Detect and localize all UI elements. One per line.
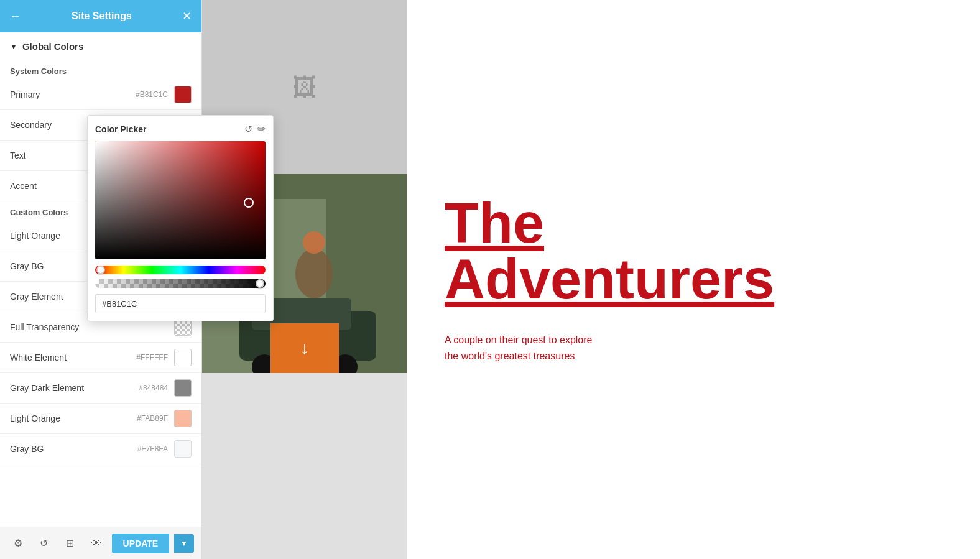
color-hex-light-orange-2: #FAB89F: [137, 414, 168, 423]
color-gradient-box[interactable]: [95, 141, 266, 259]
system-colors-label: System Colors: [0, 60, 201, 80]
color-hex-white-element: #FFFFFF: [136, 353, 168, 362]
color-swatch-gray-dark-element[interactable]: [174, 379, 192, 397]
reset-button[interactable]: ↺: [244, 123, 252, 135]
color-row-light-orange-2: Light Orange #FAB89F: [0, 404, 201, 434]
update-arrow-button[interactable]: ▼: [174, 534, 194, 553]
hue-thumb: [96, 266, 105, 274]
svg-point-2: [295, 249, 333, 298]
chevron-down-icon: ▼: [180, 539, 188, 548]
preview-cta-button[interactable]: ↓: [270, 323, 339, 373]
layout-button[interactable]: ⊞: [60, 532, 81, 555]
settings-button[interactable]: ⚙: [7, 532, 29, 555]
color-hex-gray-bg-2: #F7F8FA: [137, 445, 168, 453]
color-label-gray-bg-2: Gray BG: [10, 444, 137, 454]
eye-icon: 👁: [91, 538, 101, 549]
color-hex-primary: #B81C1C: [136, 90, 168, 99]
color-label-primary: Primary: [10, 90, 136, 99]
back-button[interactable]: ←: [10, 10, 21, 23]
color-row-gray-bg-2: Gray BG #F7F8FA: [0, 434, 201, 464]
color-row-primary: Primary #B81C1C: [0, 80, 201, 110]
right-content: The Adventurers A couple on their quest …: [407, 0, 980, 559]
reset-icon: ↺: [244, 124, 252, 134]
hex-input[interactable]: [95, 294, 266, 313]
color-hex-gray-dark-element: #848484: [139, 384, 168, 392]
close-button[interactable]: ✕: [182, 9, 192, 23]
history-icon: ↺: [40, 537, 48, 549]
panel-title: Site Settings: [72, 11, 132, 22]
alpha-thumb: [256, 279, 264, 288]
global-colors-section[interactable]: ▼ Global Colors: [0, 32, 201, 60]
color-swatch-primary[interactable]: [174, 86, 192, 103]
color-swatch-light-orange-2[interactable]: [174, 410, 192, 427]
settings-icon: ⚙: [14, 537, 22, 549]
arrow-down-icon: ↓: [300, 338, 309, 358]
eye-button[interactable]: 👁: [86, 532, 107, 555]
global-colors-label: Global Colors: [22, 41, 83, 52]
hero-title: The Adventurers: [445, 195, 774, 307]
color-row-gray-dark-element: Gray Dark Element #848484: [0, 373, 201, 404]
alpha-slider[interactable]: [95, 279, 266, 288]
color-label-gray-dark-element: Gray Dark Element: [10, 383, 139, 393]
history-button[interactable]: ↺: [34, 532, 55, 555]
hero-title-line2: Adventurers: [445, 248, 774, 310]
chevron-down-icon: ▼: [10, 42, 17, 51]
color-picker-header: Color Picker ↺ ✏: [95, 123, 266, 135]
svg-point-3: [303, 231, 325, 254]
color-swatch-gray-bg-2[interactable]: [174, 440, 192, 458]
eyedropper-icon: ✏: [257, 124, 266, 134]
panel-footer: ⚙ ↺ ⊞ 👁 UPDATE ▼: [0, 527, 201, 559]
color-row-white-element: White Element #FFFFFF: [0, 343, 201, 373]
color-label-full-transparency: Full Transparency: [10, 322, 168, 332]
color-label-white-element: White Element: [10, 353, 136, 363]
color-picker-title: Color Picker: [95, 124, 146, 134]
image-icon: 🖼: [292, 73, 317, 101]
color-picker-actions: ↺ ✏: [244, 123, 266, 135]
hero-subtitle: A couple on their quest to explorethe wo…: [445, 332, 593, 364]
color-swatch-white-element[interactable]: [174, 349, 192, 366]
panel-header: ← Site Settings ✕: [0, 0, 201, 32]
layout-icon: ⊞: [66, 537, 74, 549]
gradient-dark-overlay: [95, 141, 266, 259]
color-picker-popup: Color Picker ↺ ✏: [87, 115, 274, 321]
update-button[interactable]: UPDATE: [112, 534, 170, 553]
left-panel: ← Site Settings ✕ ▼ Global Colors System…: [0, 0, 202, 559]
hero-title-line1: The: [445, 192, 544, 254]
color-label-light-orange-2: Light Orange: [10, 413, 137, 423]
hue-slider[interactable]: [95, 266, 266, 274]
eyedropper-button[interactable]: ✏: [257, 123, 266, 135]
